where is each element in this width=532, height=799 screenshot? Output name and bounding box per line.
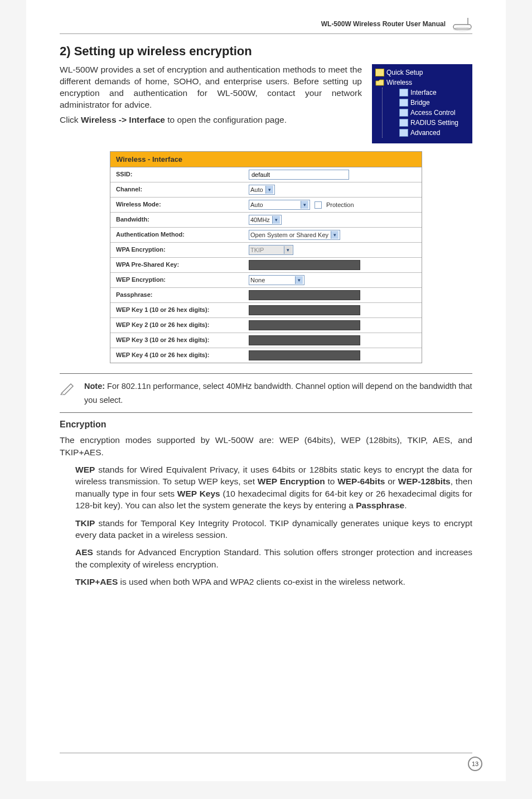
page-icon (399, 109, 408, 117)
page-icon (399, 129, 408, 137)
router-icon (452, 17, 472, 31)
nav-wireless[interactable]: Wireless (375, 78, 469, 88)
protection-label: Protection (326, 201, 354, 208)
row-bandwidth: Bandwidth: 40MHz▾ (110, 213, 422, 228)
wpa-psk-input[interactable] (249, 260, 360, 270)
wep-encryption-select[interactable]: None▾ (249, 275, 304, 285)
page-icon (399, 99, 408, 107)
tkip-para: TKIP stands for Temporal Key Integrity P… (75, 517, 472, 541)
row-auth-method: Authentication Method: Open System or Sh… (110, 228, 422, 243)
encryption-heading: Encryption (60, 420, 472, 430)
channel-select[interactable]: Auto▾ (249, 185, 275, 195)
chevron-down-icon: ▾ (284, 246, 292, 254)
encryption-intro: The encryption modes supported by WL-500… (60, 434, 472, 458)
row-wep-key-3: WEP Key 3 (10 or 26 hex digits): (110, 333, 422, 348)
bandwidth-select[interactable]: 40MHz▾ (249, 215, 282, 225)
nav-bridge[interactable]: Bridge (387, 98, 469, 108)
wep-key-1-input[interactable] (249, 305, 360, 315)
row-wireless-mode: Wireless Mode: Auto▾ Protection (110, 198, 422, 213)
page-header: WL-500W Wireless Router User Manual (60, 17, 472, 34)
nav-access-control[interactable]: Access Control (387, 108, 469, 118)
chevron-down-icon: ▾ (301, 201, 308, 209)
row-wep-key-1: WEP Key 1 (10 or 26 hex digits): (110, 303, 422, 318)
intro-text: WL-500W provides a set of encryption and… (60, 64, 362, 143)
chevron-down-icon: ▾ (272, 216, 280, 224)
protection-checkbox[interactable] (315, 201, 322, 209)
row-channel: Channel: Auto▾ (110, 182, 422, 198)
note-block: Note: For 802.11n performance, select 40… (60, 373, 472, 413)
intro-para-1: WL-500W provides a set of encryption and… (60, 64, 362, 111)
page-icon (399, 89, 408, 97)
aes-para: AES stands for Advanced Encryption Stand… (75, 546, 472, 570)
page-icon (399, 119, 408, 127)
row-wep-encryption: WEP Encryption: None▾ (110, 273, 422, 288)
row-wep-key-4: WEP Key 4 (10 or 26 hex digits): (110, 348, 422, 363)
wep-key-3-input[interactable] (249, 335, 360, 345)
footer-divider (60, 753, 472, 753)
nav-interface[interactable]: Interface (387, 88, 469, 98)
page-number: 13 (468, 757, 482, 771)
tkipaes-para: TKIP+AES is used when both WPA and WPA2 … (75, 576, 472, 588)
folder-icon (375, 69, 384, 76)
row-wep-key-2: WEP Key 2 (10 or 26 hex digits): (110, 318, 422, 333)
wep-key-2-input[interactable] (249, 320, 360, 330)
open-folder-icon (375, 79, 384, 86)
wireless-interface-table: Wireless - Interface SSID: Channel: Auto… (110, 151, 422, 363)
row-ssid: SSID: (110, 167, 422, 182)
row-wpa-encryption: WPA Encryption: TKIP▾ (110, 243, 422, 258)
table-caption: Wireless - Interface (110, 152, 422, 167)
nav-advanced[interactable]: Advanced (387, 128, 469, 138)
wireless-mode-select[interactable]: Auto▾ (249, 200, 310, 210)
svg-rect-1 (453, 25, 471, 29)
auth-method-select[interactable]: Open System or Shared Key▾ (249, 230, 340, 240)
passphrase-input[interactable] (249, 290, 360, 300)
section-title: 2) Setting up wireless encryption (60, 44, 472, 59)
wep-para: WEP stands for Wired Equivalent Privacy,… (75, 464, 472, 512)
nav-radius-setting[interactable]: RADIUS Setting (387, 118, 469, 128)
intro-para-2: Click Wireless -> Interface to open the … (60, 114, 362, 126)
pencil-icon (60, 379, 75, 395)
nav-quick-setup[interactable]: Quick Setup (375, 68, 469, 78)
wep-key-4-input[interactable] (249, 350, 360, 360)
row-wpa-psk: WPA Pre-Shared Key: (110, 258, 422, 273)
chevron-down-icon: ▾ (331, 231, 338, 239)
note-text: Note: For 802.11n performance, select 40… (84, 379, 472, 407)
chevron-down-icon: ▾ (295, 276, 303, 284)
ssid-input[interactable] (249, 170, 349, 180)
nav-tree: Quick Setup Wireless Interface Bridge Ac… (372, 64, 472, 143)
wpa-encryption-select[interactable]: TKIP▾ (249, 245, 293, 255)
row-passphrase: Passphrase: (110, 288, 422, 303)
chevron-down-icon: ▾ (265, 186, 273, 194)
doc-title: WL-500W Wireless Router User Manual (321, 20, 446, 28)
